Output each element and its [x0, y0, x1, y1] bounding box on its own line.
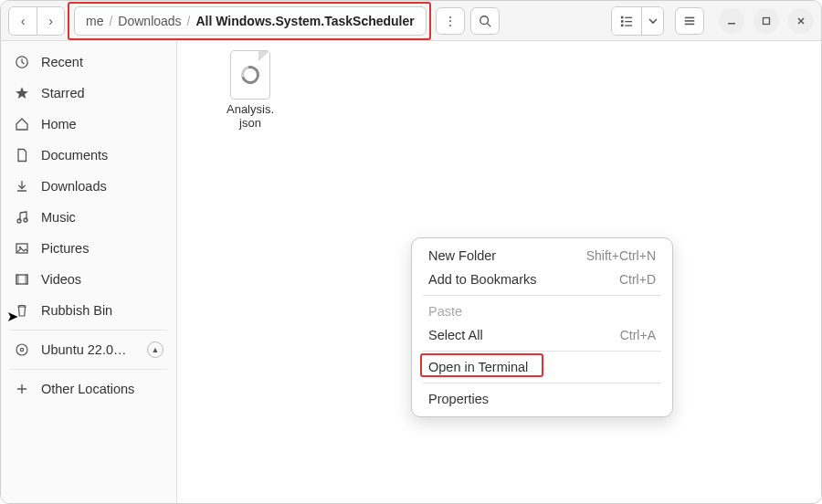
- menu-item-open-terminal[interactable]: Open in Terminal: [417, 355, 667, 379]
- menu-separator: [423, 351, 661, 352]
- maximize-icon: [762, 16, 771, 26]
- menu-item-label: Paste: [428, 304, 462, 319]
- menu-item-paste: Paste: [417, 299, 667, 323]
- sidebar-item-label: Home: [41, 117, 77, 131]
- sidebar-item-mount[interactable]: Ubuntu 22.0… ▲: [1, 334, 176, 365]
- sidebar-item-label: Starred: [41, 86, 85, 100]
- trash-icon: [14, 302, 30, 319]
- forward-button[interactable]: ›: [37, 7, 64, 35]
- clock-icon: [14, 54, 30, 70]
- kebab-icon: ⋮: [444, 14, 457, 28]
- svg-rect-7: [625, 25, 632, 26]
- sidebar-item-pictures[interactable]: Pictures: [1, 233, 176, 264]
- list-icon: [620, 15, 633, 27]
- hamburger-menu-button[interactable]: [675, 7, 704, 35]
- sidebar-item-home[interactable]: Home: [1, 109, 176, 140]
- path-menu-button[interactable]: ⋮: [436, 7, 465, 35]
- eject-icon: ▲: [152, 345, 160, 354]
- path-segment-downloads[interactable]: Downloads: [112, 14, 186, 28]
- sidebar-item-label: Other Locations: [41, 382, 134, 396]
- home-icon: [14, 116, 30, 132]
- svg-rect-5: [625, 21, 632, 22]
- menu-item-label: Add to Bookmarks: [428, 272, 536, 287]
- chevron-down-icon: [648, 16, 658, 26]
- svg-point-17: [24, 218, 27, 222]
- list-view-button[interactable]: [612, 7, 641, 35]
- minimize-icon: [727, 16, 736, 26]
- menu-item-label: New Folder: [428, 248, 496, 263]
- file-item[interactable]: Analysis. json: [209, 50, 291, 131]
- sidebar-item-label: Pictures: [41, 241, 89, 256]
- sidebar-item-music[interactable]: Music: [1, 202, 176, 233]
- json-file-icon: [230, 50, 270, 100]
- plus-icon: [14, 381, 30, 397]
- menu-item-label: Open in Terminal: [428, 360, 528, 374]
- video-icon: [14, 271, 30, 288]
- menu-item-add-bookmarks[interactable]: Add to Bookmarks Ctrl+D: [417, 268, 667, 291]
- svg-rect-12: [764, 17, 770, 24]
- sidebar-item-label: Downloads: [41, 179, 107, 194]
- sidebar-item-starred[interactable]: Starred: [1, 78, 176, 109]
- svg-line-1: [487, 23, 490, 26]
- menu-item-accel: Ctrl+A: [620, 328, 656, 342]
- svg-point-23: [16, 344, 27, 355]
- svg-rect-9: [685, 20, 695, 22]
- sidebar-item-label: Videos: [41, 272, 81, 287]
- minimize-button[interactable]: [719, 8, 744, 34]
- sidebar-item-documents[interactable]: Documents: [1, 140, 176, 171]
- view-dropdown-button[interactable]: [641, 7, 663, 35]
- menu-separator: [423, 383, 661, 383]
- disk-icon: [14, 341, 30, 358]
- nav-button-group: ‹ ›: [8, 6, 65, 36]
- svg-rect-3: [625, 16, 632, 17]
- menu-item-label: Select All: [428, 328, 483, 342]
- svg-rect-21: [16, 275, 18, 284]
- image-icon: [14, 240, 30, 257]
- menu-item-properties[interactable]: Properties: [417, 387, 667, 411]
- sidebar-item-trash[interactable]: Rubbish Bin: [1, 295, 176, 326]
- svg-point-24: [20, 348, 23, 351]
- svg-rect-6: [621, 24, 624, 26]
- sidebar-item-recent[interactable]: Recent: [1, 47, 176, 78]
- path-bar[interactable]: me / Downloads / All Windows.System.Task…: [74, 6, 427, 36]
- svg-point-0: [480, 16, 489, 24]
- star-icon: [14, 85, 30, 101]
- search-button[interactable]: [470, 7, 500, 35]
- file-manager-window: ‹ › me / Downloads / All Windows.System.…: [0, 0, 822, 504]
- sidebar-item-label: Rubbish Bin: [41, 303, 112, 318]
- svg-rect-11: [728, 23, 735, 25]
- sidebar-item-downloads[interactable]: Downloads: [1, 171, 176, 202]
- sidebar-item-other-locations[interactable]: Other Locations: [1, 373, 176, 404]
- chevron-left-icon: ‹: [21, 14, 26, 28]
- svg-rect-2: [621, 16, 624, 18]
- music-icon: [14, 209, 30, 226]
- svg-rect-22: [26, 275, 27, 284]
- view-switcher: [611, 6, 664, 36]
- close-icon: [796, 16, 806, 26]
- eject-button[interactable]: ▲: [147, 341, 163, 358]
- path-segment-current[interactable]: All Windows.System.TaskScheduler: [191, 14, 420, 28]
- close-button[interactable]: [788, 8, 814, 34]
- menu-item-new-folder[interactable]: New Folder Shift+Ctrl+N: [417, 244, 667, 268]
- hamburger-icon: [683, 15, 696, 27]
- maximize-button[interactable]: [754, 8, 779, 34]
- sidebar-separator: [10, 330, 167, 331]
- file-name-label: Analysis. json: [227, 103, 274, 131]
- context-menu: New Folder Shift+Ctrl+N Add to Bookmarks…: [411, 237, 673, 417]
- headerbar: ‹ › me / Downloads / All Windows.System.…: [1, 1, 821, 41]
- back-button[interactable]: ‹: [9, 7, 37, 35]
- path-segment-prefix[interactable]: me: [80, 14, 109, 28]
- sidebar-item-label: Ubuntu 22.0…: [41, 342, 127, 357]
- menu-item-select-all[interactable]: Select All Ctrl+A: [417, 323, 667, 347]
- sidebar-item-label: Recent: [41, 55, 83, 69]
- download-icon: [14, 178, 30, 194]
- menu-item-accel: Ctrl+D: [619, 272, 656, 287]
- menu-item-label: Properties: [428, 392, 489, 406]
- svg-rect-4: [621, 20, 624, 23]
- sidebar-item-videos[interactable]: Videos: [1, 264, 176, 295]
- menu-item-accel: Shift+Ctrl+N: [586, 248, 656, 263]
- menu-separator: [423, 295, 661, 296]
- document-icon: [14, 147, 30, 163]
- svg-rect-10: [685, 23, 695, 25]
- chevron-right-icon: ›: [48, 14, 53, 28]
